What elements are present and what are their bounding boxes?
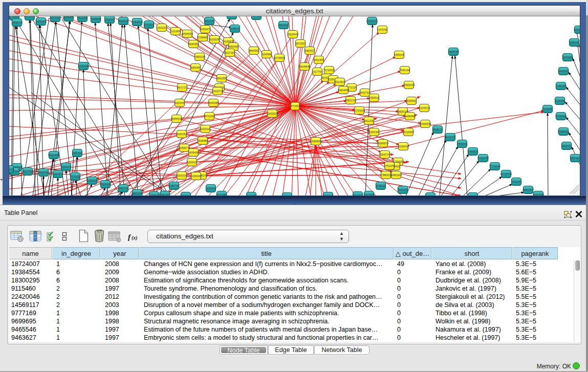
svg-text:77718341: 77718341 (489, 165, 500, 168)
svg-text:28831436: 28831436 (132, 192, 143, 195)
svg-text:27611256: 27611256 (384, 164, 395, 167)
svg-text:0837407: 0837407 (570, 157, 580, 160)
svg-text:93729306: 93729306 (354, 109, 365, 112)
svg-text:4126906: 4126906 (555, 99, 565, 102)
svg-text:41979237: 41979237 (281, 195, 293, 195)
svg-text:13078716: 13078716 (419, 106, 430, 110)
svg-text:30435205: 30435205 (558, 70, 569, 73)
svg-text:17880021: 17880021 (380, 173, 391, 177)
svg-text:0195381: 0195381 (191, 174, 201, 178)
svg-text:6671723: 6671723 (177, 86, 187, 89)
svg-text:5873557: 5873557 (295, 42, 306, 45)
svg-text:6691564: 6691564 (72, 151, 82, 155)
svg-text:1759898: 1759898 (9, 16, 19, 18)
svg-text:01687731: 01687731 (168, 184, 180, 187)
svg-text:71213455: 71213455 (170, 30, 181, 33)
svg-text:1258153: 1258153 (87, 179, 97, 182)
svg-text:76402067: 76402067 (159, 193, 170, 195)
svg-text:49366578: 49366578 (377, 142, 388, 145)
svg-text:9541858: 9541858 (216, 77, 227, 80)
svg-text:26114913: 26114913 (334, 80, 345, 83)
svg-text:70893194: 70893194 (194, 55, 205, 58)
svg-text:60207764: 60207764 (533, 193, 544, 195)
svg-text:0317764: 0317764 (312, 70, 322, 73)
svg-text:54437323: 54437323 (359, 91, 371, 94)
svg-text:70658948: 70658948 (90, 17, 101, 20)
svg-text:72720429: 72720429 (323, 69, 335, 72)
svg-text:09260309: 09260309 (322, 194, 334, 195)
svg-text:04718746: 04718746 (500, 172, 512, 176)
svg-text:5200020: 5200020 (177, 174, 187, 177)
svg-text:51402614: 51402614 (132, 20, 143, 24)
svg-text:20891406: 20891406 (35, 20, 47, 23)
svg-text:4104234: 4104234 (61, 165, 71, 168)
svg-text:9220011: 9220011 (187, 161, 197, 164)
svg-text:20097737: 20097737 (379, 153, 390, 156)
svg-text:22470455: 22470455 (562, 56, 573, 59)
svg-text:65630481: 65630481 (180, 194, 191, 195)
svg-text:83726167: 83726167 (24, 16, 35, 18)
svg-text:8737167: 8737167 (251, 16, 262, 17)
svg-text:8818174: 8818174 (432, 128, 443, 131)
svg-text:08227654: 08227654 (22, 170, 33, 173)
svg-text:4504000: 4504000 (278, 24, 289, 27)
svg-text:3249668: 3249668 (262, 53, 272, 56)
svg-text:30552034: 30552034 (403, 83, 415, 86)
svg-text:7940199: 7940199 (400, 69, 410, 72)
svg-text:5517329: 5517329 (225, 51, 235, 54)
svg-text:64460495: 64460495 (404, 115, 416, 118)
svg-text:2638986: 2638986 (198, 139, 208, 142)
svg-text:f: f (128, 233, 132, 241)
svg-text:2433253: 2433253 (177, 133, 187, 136)
svg-text:0239042: 0239042 (206, 187, 216, 190)
svg-text:0431955: 0431955 (314, 58, 324, 61)
svg-text:57249208: 57249208 (555, 115, 567, 118)
svg-text:6439008: 6439008 (376, 184, 386, 187)
svg-text:84335326: 84335326 (366, 19, 378, 23)
svg-text:1253287: 1253287 (425, 195, 435, 195)
svg-text:74537838: 74537838 (363, 193, 375, 195)
svg-text:0831240: 0831240 (204, 19, 214, 23)
svg-text:22032711: 22032711 (212, 90, 223, 93)
svg-text:3268656: 3268656 (63, 16, 74, 19)
svg-text:2281718: 2281718 (9, 168, 14, 171)
svg-text:94259472: 94259472 (200, 28, 211, 31)
svg-text:93814449: 93814449 (338, 89, 349, 92)
svg-text:49306668: 49306668 (100, 183, 111, 186)
svg-text:6849340: 6849340 (569, 41, 579, 44)
svg-text:6232010: 6232010 (200, 127, 210, 130)
svg-text:02014620: 02014620 (574, 28, 580, 31)
svg-text:7058649: 7058649 (227, 16, 237, 17)
svg-text:4264628: 4264628 (118, 19, 128, 23)
svg-text:5169784: 5169784 (369, 130, 379, 134)
svg-text:3448347: 3448347 (230, 27, 240, 30)
svg-text:44634786: 44634786 (38, 171, 49, 174)
svg-text:26116957: 26116957 (403, 130, 414, 134)
svg-text:6512330: 6512330 (364, 119, 374, 122)
svg-text:0639436: 0639436 (188, 151, 199, 154)
svg-text:3191284: 3191284 (511, 180, 521, 183)
svg-text:0640037: 0640037 (398, 188, 408, 191)
svg-text:50961923: 50961923 (390, 173, 402, 177)
svg-text:2213878: 2213878 (53, 172, 63, 176)
svg-text:15325419: 15325419 (287, 33, 298, 36)
svg-text:29841537: 29841537 (522, 188, 534, 191)
svg-text:2008261: 2008261 (398, 145, 408, 148)
svg-text:6450749: 6450749 (118, 187, 128, 190)
svg-text:7409319: 7409319 (457, 142, 467, 145)
svg-text:59045440: 59045440 (299, 65, 310, 68)
svg-text:4865465: 4865465 (228, 45, 238, 48)
svg-text:0025167: 0025167 (561, 144, 572, 147)
svg-text:56130445: 56130445 (48, 154, 59, 157)
svg-text:7343373: 7343373 (246, 194, 256, 195)
svg-text:07413748: 07413748 (477, 157, 489, 160)
svg-text:7576283: 7576283 (70, 175, 80, 178)
svg-text:17483380: 17483380 (555, 84, 567, 87)
svg-text:16648784: 16648784 (448, 50, 459, 53)
svg-text:4301540: 4301540 (175, 101, 185, 104)
svg-text:0399315: 0399315 (394, 53, 404, 56)
svg-text:6002675: 6002675 (353, 194, 363, 195)
svg-text:98732000: 98732000 (204, 115, 215, 118)
svg-text:14055714: 14055714 (11, 21, 23, 24)
svg-text:13331001: 13331001 (156, 26, 167, 29)
